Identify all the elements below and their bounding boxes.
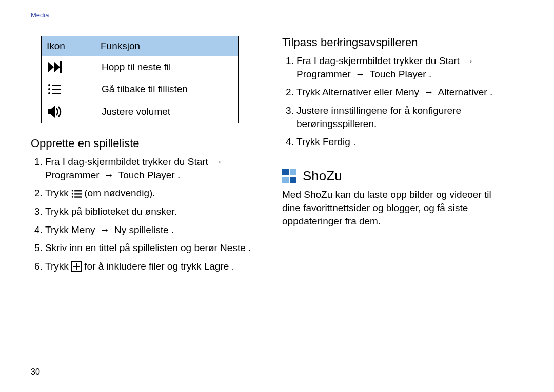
period: . bbox=[353, 136, 355, 147]
step-4: Trykk Meny → Ny spilleliste . bbox=[45, 223, 251, 237]
step-1: Fra I dag-skjermbildet trykker du Start … bbox=[45, 155, 251, 181]
cell-function: Hopp til neste fil bbox=[95, 56, 239, 78]
shozu-heading: ShoZu bbox=[282, 168, 503, 184]
step-text: Skriv inn en tittel på spillelisten og b… bbox=[45, 242, 220, 253]
step-2: Trykk (om nødvendig). bbox=[45, 187, 251, 200]
arrow-icon: → bbox=[462, 55, 476, 66]
period: . bbox=[248, 242, 251, 253]
shozu-description: Med ShoZu kan du laste opp bilder og vid… bbox=[282, 188, 503, 229]
step-text: Trykk bbox=[45, 261, 71, 272]
svg-rect-15 bbox=[74, 197, 82, 198]
svg-point-12 bbox=[72, 193, 73, 195]
step-text: Fra I dag-skjermbildet trykker du bbox=[296, 55, 439, 66]
table-row: Gå tilbake til fillisten bbox=[42, 78, 239, 100]
path-start: Start bbox=[439, 55, 460, 66]
period: . bbox=[171, 224, 174, 235]
two-column-layout: Ikon Funksjon Hopp til neste bbox=[31, 36, 523, 278]
svg-point-3 bbox=[48, 84, 50, 86]
arrow-icon: → bbox=[211, 156, 225, 167]
svg-point-5 bbox=[48, 88, 50, 90]
shozu-icon bbox=[282, 169, 296, 183]
step-text: Trykk bbox=[296, 136, 323, 147]
menu-label: Ferdig bbox=[323, 136, 350, 147]
steps-customize-player: Fra I dag-skjermbildet trykker du Start … bbox=[282, 54, 503, 149]
path-touch-player: Touch Player bbox=[118, 170, 175, 180]
plus-icon bbox=[71, 261, 82, 272]
section-title-create-playlist: Opprette en spilleliste bbox=[31, 137, 251, 150]
arrow-icon: → bbox=[98, 224, 112, 235]
svg-rect-13 bbox=[74, 194, 82, 195]
period: . bbox=[232, 261, 234, 272]
list-icon bbox=[42, 78, 95, 100]
svg-rect-4 bbox=[52, 85, 61, 86]
manual-page: Media Ikon Funksjon bbox=[0, 0, 554, 392]
path-programmer: Programmer bbox=[45, 170, 100, 180]
steps-create-playlist: Fra I dag-skjermbildet trykker du Start … bbox=[31, 155, 251, 273]
volume-icon bbox=[42, 100, 95, 123]
step-5: Skriv inn en tittel på spillelisten og b… bbox=[45, 241, 251, 255]
menu-label: Meny bbox=[395, 87, 419, 97]
menu-label: Meny bbox=[71, 224, 95, 235]
svg-marker-0 bbox=[48, 61, 54, 73]
step-text: Trykk bbox=[296, 87, 322, 97]
path-start: Start bbox=[188, 156, 208, 167]
menu-label: Neste bbox=[220, 242, 246, 253]
next-track-icon bbox=[42, 56, 95, 78]
menu-label: Ny spilleliste bbox=[114, 224, 169, 235]
svg-point-10 bbox=[72, 190, 73, 192]
svg-rect-6 bbox=[52, 89, 61, 90]
step-text: for å inkludere filer og trykk bbox=[84, 261, 204, 272]
arrow-icon: → bbox=[422, 87, 436, 97]
path-programmer: Programmer bbox=[296, 69, 351, 79]
period: . bbox=[490, 87, 492, 97]
section-title-customize-player: Tilpass berłringsavspilleren bbox=[282, 36, 503, 49]
svg-rect-8 bbox=[52, 93, 61, 94]
breadcrumb: Media bbox=[31, 11, 49, 19]
table-row: Justere volumet bbox=[42, 100, 239, 123]
step-3: Justere innstillingene for å konfigurere… bbox=[296, 104, 503, 130]
icon-function-table: Ikon Funksjon Hopp til neste bbox=[41, 36, 239, 123]
step-text: Trykk bbox=[45, 188, 71, 198]
svg-marker-9 bbox=[48, 106, 55, 118]
period: . bbox=[429, 69, 431, 79]
arrow-icon: → bbox=[353, 69, 367, 79]
svg-point-7 bbox=[48, 92, 50, 94]
step-text: Fra I dag-skjermbildet trykker du bbox=[45, 156, 188, 167]
svg-rect-2 bbox=[60, 61, 62, 73]
svg-rect-11 bbox=[74, 190, 82, 191]
step-text: Trykk bbox=[45, 224, 71, 235]
svg-rect-18 bbox=[73, 266, 80, 267]
path-touch-player: Touch Player bbox=[370, 69, 426, 79]
arrow-icon: → bbox=[102, 170, 116, 180]
cell-function: Justere volumet bbox=[95, 100, 239, 123]
table-header-function: Funksjon bbox=[95, 36, 239, 56]
shozu-title: ShoZu bbox=[303, 168, 342, 184]
list-icon bbox=[71, 189, 82, 198]
step-3: Trykk på biblioteket du ønsker. bbox=[45, 205, 251, 218]
menu-label: Alternativer bbox=[322, 87, 371, 97]
svg-marker-1 bbox=[54, 61, 60, 73]
left-column: Ikon Funksjon Hopp til neste bbox=[31, 36, 251, 278]
step-text: eller bbox=[374, 87, 395, 97]
right-column: Tilpass berłringsavspilleren Fra I dag-s… bbox=[282, 36, 503, 278]
table-row: Hopp til neste fil bbox=[42, 56, 239, 78]
page-number: 30 bbox=[31, 367, 40, 377]
menu-label: Alternativer bbox=[438, 87, 487, 97]
table-header-icon: Ikon bbox=[42, 36, 95, 56]
step-1: Fra I dag-skjermbildet trykker du Start … bbox=[296, 54, 503, 80]
period: . bbox=[177, 170, 180, 180]
cell-function: Gå tilbake til fillisten bbox=[95, 78, 239, 100]
step-text: (om nødvendig). bbox=[84, 188, 155, 198]
step-4: Trykk Ferdig . bbox=[296, 135, 503, 149]
menu-label: Lagre bbox=[204, 261, 229, 272]
step-6: Trykk for å inkludere filer og trykk Lag… bbox=[45, 260, 251, 273]
svg-point-14 bbox=[72, 196, 73, 198]
step-2: Trykk Alternativer eller Meny → Alternat… bbox=[296, 86, 503, 99]
